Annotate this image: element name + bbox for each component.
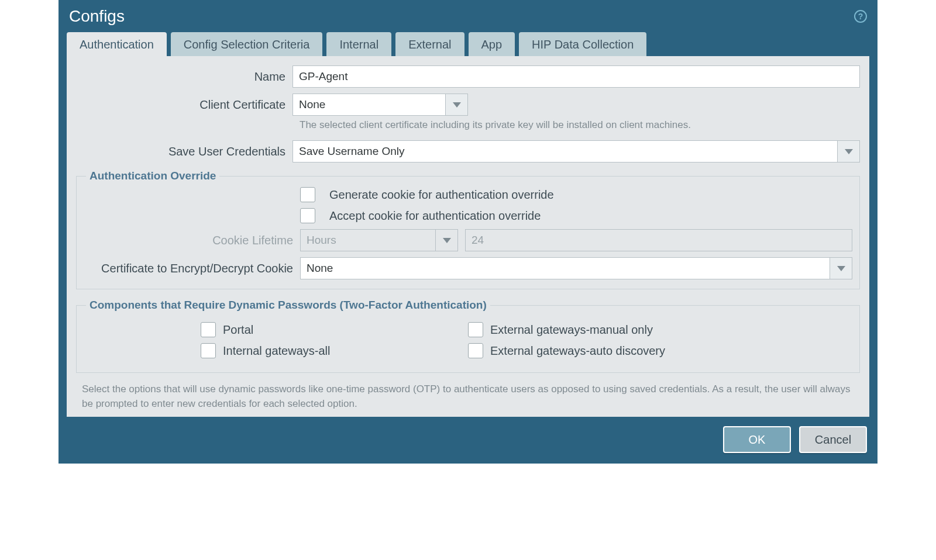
name-label: Name — [76, 70, 292, 84]
save-user-credentials-select[interactable]: Save Username Only — [292, 140, 860, 163]
internal-gateways-all-label: Internal gateways-all — [223, 344, 330, 358]
two-factor-legend: Components that Require Dynamic Password… — [86, 299, 490, 312]
external-gateways-auto-label: External gateways-auto discovery — [490, 344, 665, 358]
two-factor-fieldset: Components that Require Dynamic Password… — [76, 299, 860, 373]
cert-cookie-select[interactable]: None — [300, 257, 852, 279]
tab-hip-data-collection[interactable]: HIP Data Collection — [519, 32, 646, 56]
tab-authentication[interactable]: Authentication — [67, 32, 167, 56]
chevron-down-icon — [435, 230, 457, 251]
dialog-header: Configs ? — [58, 0, 878, 32]
client-certificate-hint: The selected client certificate includin… — [300, 119, 860, 131]
chevron-down-icon[interactable] — [830, 258, 852, 279]
external-gateways-auto-checkbox[interactable] — [468, 343, 483, 358]
client-certificate-label: Client Certificate — [76, 98, 292, 112]
ok-button[interactable]: OK — [723, 426, 791, 453]
portal-label: Portal — [223, 323, 253, 337]
save-user-credentials-label: Save User Credentials — [76, 145, 292, 158]
help-icon[interactable]: ? — [854, 10, 867, 23]
generate-cookie-label: Generate cookie for authentication overr… — [329, 188, 554, 202]
cert-cookie-value: None — [301, 262, 830, 275]
save-user-credentials-value: Save Username Only — [293, 145, 837, 158]
external-gateways-manual-label: External gateways-manual only — [490, 323, 653, 337]
dialog-title: Configs — [69, 7, 854, 26]
authentication-override-fieldset: Authentication Override Generate cookie … — [76, 170, 860, 289]
name-input[interactable] — [292, 65, 860, 88]
cert-cookie-label: Certificate to Encrypt/Decrypt Cookie — [84, 262, 300, 275]
chevron-down-icon[interactable] — [837, 141, 859, 162]
tab-config-selection-criteria[interactable]: Config Selection Criteria — [171, 32, 323, 56]
chevron-down-icon[interactable] — [445, 94, 467, 115]
external-gateways-manual-checkbox[interactable] — [468, 322, 483, 337]
tab-internal[interactable]: Internal — [326, 32, 391, 56]
cookie-lifetime-label: Cookie Lifetime — [84, 234, 300, 247]
cancel-button[interactable]: Cancel — [799, 426, 867, 453]
accept-cookie-label: Accept cookie for authentication overrid… — [329, 209, 541, 223]
tab-bar: Authentication Config Selection Criteria… — [58, 32, 878, 56]
cookie-lifetime-value-input — [465, 229, 852, 251]
configs-dialog: Configs ? Authentication Config Selectio… — [58, 0, 878, 464]
authentication-override-legend: Authentication Override — [86, 170, 219, 182]
client-certificate-select[interactable]: None — [292, 94, 468, 116]
portal-checkbox[interactable] — [201, 322, 216, 337]
accept-cookie-checkbox[interactable] — [300, 208, 315, 223]
cookie-lifetime-unit-value: Hours — [301, 234, 435, 247]
client-certificate-value: None — [293, 98, 445, 111]
tab-external[interactable]: External — [395, 32, 464, 56]
two-factor-description: Select the options that will use dynamic… — [82, 382, 854, 411]
internal-gateways-all-checkbox[interactable] — [201, 343, 216, 358]
dialog-footer: OK Cancel — [58, 417, 878, 453]
generate-cookie-checkbox[interactable] — [300, 187, 315, 202]
cookie-lifetime-unit-select: Hours — [300, 229, 458, 251]
authentication-panel: Name Client Certificate None The selecte… — [67, 56, 869, 417]
tab-app[interactable]: App — [469, 32, 515, 56]
